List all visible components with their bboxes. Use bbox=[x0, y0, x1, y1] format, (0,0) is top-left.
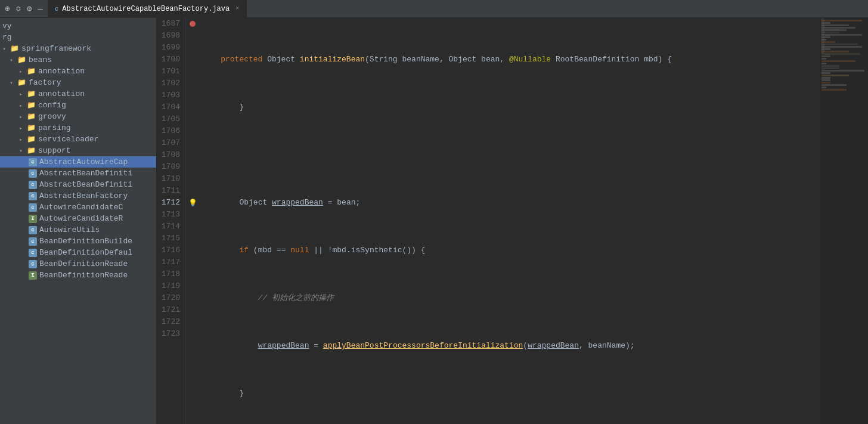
line-num: 1723 bbox=[159, 328, 180, 340]
tab-abstract-autowire[interactable]: c AbstractAutowireCapableBeanFactory.jav… bbox=[48, 0, 247, 18]
folder-icon: 📁 bbox=[27, 146, 36, 155]
sidebar-item-abstract-bean-def2[interactable]: c AbstractBeanDefiniti bbox=[0, 179, 156, 190]
code-text bbox=[202, 197, 239, 209]
class-c-icon: c bbox=[29, 158, 37, 166]
add-icon[interactable]: ⊕ bbox=[5, 4, 10, 14]
type: RootBeanDefinition bbox=[556, 54, 639, 66]
folder-icon: 📁 bbox=[27, 112, 36, 121]
sidebar-item-label: BeanDefinitionBuilde bbox=[39, 237, 132, 246]
sidebar-item-groovy[interactable]: 📁 groovy bbox=[0, 111, 156, 122]
line-num: 1700 bbox=[159, 54, 180, 66]
gutter-empty bbox=[185, 54, 200, 66]
line-num: 1722 bbox=[159, 316, 180, 328]
code-text: bean, bbox=[476, 54, 509, 66]
code-container: 1687 1698 1699 1700 1701 1702 1703 1704 … bbox=[157, 18, 868, 424]
settings-icon[interactable]: ⚙ bbox=[27, 4, 32, 14]
sidebar-item-bean-def-reader2[interactable]: I BeanDefinitionReade bbox=[0, 270, 156, 281]
gutter-empty bbox=[185, 256, 200, 268]
tree-arrow-icon bbox=[19, 136, 25, 143]
code-text: = bbox=[309, 340, 323, 352]
gutter-empty bbox=[185, 149, 200, 161]
line-num: 1704 bbox=[159, 101, 180, 113]
tab-close-button[interactable]: × bbox=[235, 5, 239, 12]
line-num: 1715 bbox=[159, 233, 180, 245]
sidebar-item-parsing[interactable]: 📁 parsing bbox=[0, 122, 156, 134]
sidebar-item-annotation-beans[interactable]: 📁 annotation bbox=[0, 66, 156, 77]
line-num: 1713 bbox=[159, 209, 180, 221]
sidebar-item-vy[interactable]: vy bbox=[0, 20, 156, 32]
class-c-icon: c bbox=[29, 192, 37, 200]
code-editor[interactable]: protected Object initializeBean(String b… bbox=[200, 18, 820, 424]
gutter-empty bbox=[185, 161, 200, 173]
sidebar-item-abstract-bean-factory[interactable]: c AbstractBeanFactory bbox=[0, 190, 156, 202]
minimap-slider[interactable] bbox=[821, 18, 824, 54]
code-text: wrappedBean bbox=[272, 197, 323, 209]
sidebar-item-annotation-factory[interactable]: 📁 annotation bbox=[0, 88, 156, 100]
sidebar-item-autowire-utils[interactable]: c AutowireUtils bbox=[0, 224, 156, 236]
comment: // 初始化之前的操作 bbox=[202, 292, 334, 304]
tree-arrow-icon bbox=[10, 57, 16, 64]
sidebar-item-label: AbstractBeanDefiniti bbox=[39, 180, 132, 189]
code-line-1704: } bbox=[202, 388, 820, 400]
tab-label: AbstractAutowireCapableBeanFactory.java bbox=[62, 5, 230, 13]
folder-icon: 📁 bbox=[17, 55, 26, 64]
code-line-1700: Object wrappedBean = bean; bbox=[202, 197, 820, 209]
gutter-empty bbox=[185, 185, 200, 197]
sidebar-item-springframework[interactable]: 📁 springframework bbox=[0, 43, 156, 54]
sidebar-item-label: AbstractBeanFactory bbox=[39, 191, 128, 200]
gutter-bulb-1712[interactable]: 💡 bbox=[185, 197, 200, 209]
sidebar-item-abstract-autowire[interactable]: c AbstractAutowireCap bbox=[0, 156, 156, 168]
main-content: vy rg 📁 springframework 📁 beans 📁 annota… bbox=[0, 18, 868, 424]
code-text: wrappedBean bbox=[258, 340, 309, 352]
sidebar-item-label: AutowireCandidateR bbox=[39, 214, 123, 223]
line-num: 1709 bbox=[159, 161, 180, 173]
sidebar-item-factory[interactable]: 📁 factory bbox=[0, 77, 156, 88]
keyword: if bbox=[239, 245, 249, 256]
class-i-icon: I bbox=[29, 271, 37, 280]
gutter-empty bbox=[185, 233, 200, 245]
sidebar-item-autowire-candidate-c[interactable]: c AutowireCandidateC bbox=[0, 202, 156, 213]
sidebar-item-bean-def-reader1[interactable]: c BeanDefinitionReade bbox=[0, 258, 156, 270]
sidebar-item-bean-def-default[interactable]: c BeanDefinitionDefaul bbox=[0, 247, 156, 258]
sidebar-item-support[interactable]: 📁 support bbox=[0, 145, 156, 156]
code-line-1702: // 初始化之前的操作 bbox=[202, 292, 820, 304]
tree-arrow-icon bbox=[2, 45, 8, 52]
split-icon[interactable]: ≎ bbox=[16, 4, 20, 14]
sidebar-item-rg[interactable]: rg bbox=[0, 32, 156, 43]
sidebar-item-beans[interactable]: 📁 beans bbox=[0, 54, 156, 66]
gutter-empty bbox=[185, 113, 200, 125]
line-num: 1703 bbox=[159, 89, 180, 101]
method-name: applyBeanPostProcessorsBeforeInitializat… bbox=[323, 340, 523, 352]
line-num: 1699 bbox=[159, 42, 180, 54]
folder-icon: 📁 bbox=[27, 89, 36, 98]
code-text bbox=[267, 197, 272, 209]
sidebar-item-bean-def-builder[interactable]: c BeanDefinitionBuilde bbox=[0, 236, 156, 247]
type: Object bbox=[239, 197, 267, 209]
code-text: (mbd == bbox=[249, 245, 290, 256]
tree-arrow-icon bbox=[19, 102, 25, 109]
code-text bbox=[551, 54, 556, 66]
gutter-empty bbox=[185, 137, 200, 149]
tree-arrow-icon bbox=[19, 91, 25, 98]
code-text bbox=[202, 340, 258, 352]
minimize-icon[interactable]: — bbox=[38, 4, 42, 14]
gutter-breakpoint-1687[interactable] bbox=[185, 18, 200, 30]
sidebar-item-serviceloader[interactable]: 📁 serviceloader bbox=[0, 134, 156, 145]
sidebar-item-autowire-candidate-r[interactable]: I AutowireCandidateR bbox=[0, 213, 156, 224]
code-text: ( bbox=[365, 54, 370, 66]
line-num: 1705 bbox=[159, 113, 180, 125]
sidebar-item-config[interactable]: 📁 config bbox=[0, 100, 156, 111]
sidebar-item-label: serviceloader bbox=[38, 135, 98, 144]
code-text: = bean; bbox=[323, 197, 360, 209]
line-num: 1702 bbox=[159, 78, 180, 89]
annotation: @Nullable bbox=[509, 54, 551, 66]
type: Object bbox=[449, 54, 477, 66]
sidebar-item-abstract-bean-def1[interactable]: c AbstractBeanDefiniti bbox=[0, 168, 156, 179]
keyword: protected bbox=[202, 54, 267, 66]
tree-arrow-icon bbox=[19, 147, 25, 154]
class-c-icon: c bbox=[55, 5, 59, 13]
gutter-empty bbox=[185, 66, 200, 78]
minimap[interactable] bbox=[820, 18, 868, 424]
code-text: beanName, bbox=[398, 54, 449, 66]
type: Object bbox=[267, 54, 300, 66]
